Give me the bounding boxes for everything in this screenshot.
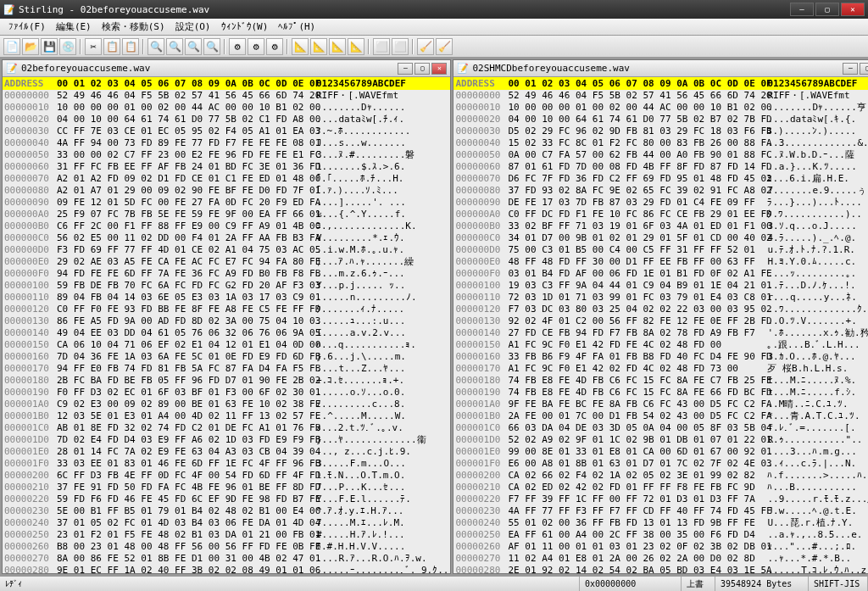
hex-row[interactable]: 00000070D6 FC 7F FD 36 FD C2 FF 69 FD 95… (455, 173, 868, 185)
hex-bytes[interactable]: 52 49 46 46 04 F5 5B 02 57 41 56 45 66 6… (57, 90, 316, 102)
hex-bytes[interactable]: E6 00 A8 01 8B 01 63 01 D7 01 7C 02 7F 0… (508, 458, 767, 470)
hex-row[interactable]: 0000022059 FD F6 FD 46 FE 45 FD 6C EF 9D… (4, 493, 448, 505)
hex-row[interactable]: 0000024055 01 02 00 36 FF FB FD 13 01 13… (455, 517, 868, 529)
hex-bytes[interactable]: 25 F9 07 FC 7B FB 5E FE 59 FE 9F 00 EA F… (57, 209, 316, 220)
hex-ascii[interactable]: ﾌ.~.ﾎ............ (316, 125, 448, 137)
hex-ascii[interactable]: ﾕ.).....ﾝ.)..... (767, 125, 868, 137)
hex-bytes[interactable]: 10 00 00 00 01 00 02 00 44 AC 00 00 10 B… (57, 102, 316, 114)
hex-row[interactable]: 00000080A2 01 A7 01 29 00 09 02 90 FE BF… (4, 185, 448, 197)
hex-row[interactable]: 00000120F7 03 DC 03 80 03 25 04 02 02 22… (455, 304, 868, 315)
hex-bytes[interactable]: F0 FF D3 02 EC 01 6F 03 BF 01 F3 00 6F 0… (57, 387, 316, 399)
hex-bytes[interactable]: C0 FF DC FD F1 FE 10 FC 86 FC CE FB 29 0… (508, 209, 767, 220)
hex-row[interactable]: 000001A09F FE BA FE BC FE 8A FB C6 FC 43… (455, 399, 868, 410)
hex-row[interactable]: 000000C056 02 E5 00 11 02 DD 00 F4 01 2A… (4, 232, 448, 244)
hex-ascii[interactable]: RIFF・[.WAVEfmt (316, 90, 448, 102)
hex-ascii[interactable]: t...M.ﾆ.....f.ｼ. (767, 387, 868, 399)
hex-ascii[interactable]: 7.......e.9.....ぅ. (767, 185, 868, 197)
hex-row[interactable]: 000000B033 02 BF FF 71 03 19 01 6F 03 4A… (455, 220, 868, 232)
hex-row[interactable]: 00000250EA FF 61 00 A4 00 2C FF 38 00 35… (455, 529, 868, 541)
hex-bytes[interactable]: 99 00 8E 01 33 01 E8 01 CA 00 6D 01 67 0… (508, 446, 767, 458)
hex-ascii[interactable]: ....t...Z...ﾔ... (316, 363, 448, 375)
panel-close-button[interactable]: ✕ (431, 63, 447, 75)
hex-row[interactable]: 0000014027 FD CE FB 94 FD F7 FB 8A 02 78… (455, 327, 868, 339)
hex-ascii[interactable]: r...q.....y...ﾈ. (767, 292, 868, 304)
hex-row[interactable]: 0000010059 FB DE FB 70 FC 6A FC FD FC G2… (4, 280, 448, 292)
toolbar-button[interactable]: 💾 (41, 38, 58, 55)
hex-bytes[interactable]: 52 49 46 46 04 F5 5B 02 57 41 56 45 66 6… (508, 90, 767, 102)
hex-row[interactable]: 000000D0F3 FD 69 FF 77 FF 4D 01 CE 02 A1… (4, 244, 448, 256)
panel-minimize-button[interactable]: — (843, 63, 858, 75)
hex-row[interactable]: 000000C034 01 D7 00 9B 01 02 01 29 01 5F… (455, 232, 868, 244)
hex-row[interactable]: 000001E028 01 14 FC 7A 02 E9 FE 63 04 A3… (4, 446, 448, 458)
hex-ascii[interactable]: '.ﾎ.......x.ｩ.勧.矜 (767, 327, 868, 339)
hex-bytes[interactable]: A1 FC 9C F0 E1 42 FD FE 4C 02 48 FD 00 (508, 339, 767, 351)
toolbar-button[interactable]: 🔍 (147, 38, 164, 55)
hex-ascii[interactable]: ........Dｬ......亨 (767, 102, 868, 114)
hex-row[interactable]: 000001802B FC BA FD BE FB 05 FF 96 FD D7… (4, 375, 448, 387)
toolbar-button[interactable]: 📐 (310, 38, 327, 55)
hex-ascii[interactable]: ﾊ.f.......>.....ﾊ.B..顔 (767, 470, 868, 482)
hex-bytes[interactable]: 6C FF D3 FB 4E FF 0D FC 4F 00 54 FD 6D F… (57, 470, 316, 482)
hex-bytes[interactable]: 37 FD 93 02 8A FC 9E 02 65 FC 39 02 91 F… (508, 185, 767, 197)
hex-bytes[interactable]: 74 FB E8 FE 4D FB C6 FC 15 FC 8A FE C7 F… (508, 375, 767, 387)
hex-row[interactable]: 0000002004 00 10 00 64 61 74 61 D0 77 5B… (455, 114, 868, 125)
hex-row[interactable]: 0000021037 FE 91 FD 50 FD FA FC 4B FE 96… (4, 482, 448, 493)
hex-bytes[interactable]: A1 FC 9C F0 E1 42 02 FD 4C 02 48 FD 73 0… (508, 363, 767, 375)
hex-ascii[interactable]: ..^.....M.....W. (316, 410, 448, 422)
hex-bytes[interactable]: 10 00 00 00 01 00 02 00 44 AC 00 00 10 B… (508, 102, 767, 114)
hex-bytes[interactable]: 33 00 00 02 C7 FF 23 00 E2 FE 96 FD FE F… (57, 149, 316, 161)
toolbar-button[interactable]: ⚙ (229, 38, 246, 55)
hex-row[interactable]: 0000006031 FF FC FB EE FF AF FB 24 01 BD… (4, 161, 448, 173)
hex-row[interactable]: 000001B02A FE 00 01 7C 00 D1 FB 54 02 43… (455, 410, 868, 422)
hex-row[interactable]: 00000090DE FE 17 03 7D FB 87 03 29 FD 01… (455, 197, 868, 209)
hex-row[interactable]: 00000120C0 FF F0 FE 93 FD BB FE 8F FE A8… (4, 304, 448, 315)
hex-row[interactable]: 000002305E 00 B1 FF B5 01 79 01 B4 02 48… (4, 505, 448, 517)
hex-ascii[interactable]: ..ｬ...*.#.*.B.. (767, 553, 868, 565)
toolbar-button[interactable]: 🔍 (185, 38, 202, 55)
hex-ascii[interactable]: u.ﾃ.ｵ.ﾄ.ﾅ.?.1.R. (767, 244, 868, 256)
hex-bytes[interactable]: F3 FD 69 FF 77 FF 4D 01 CE 02 A1 04 75 0… (57, 244, 316, 256)
hex-bytes[interactable]: 33 02 BF FF 71 03 19 01 6F 03 4A 01 ED 0… (508, 220, 767, 232)
hex-bytes[interactable]: 72 03 1D 01 71 03 99 01 FC 03 79 01 E4 0… (508, 292, 767, 304)
toolbar-button[interactable]: ⚙ (266, 38, 283, 55)
hex-ascii[interactable]: ｢.ｧ.)....ｿ.ﾐ... (316, 185, 448, 197)
toolbar-button[interactable]: ⬜ (392, 38, 409, 55)
hex-ascii[interactable]: ......ｰ.........ﾞ. 9.ｸ.. (316, 565, 448, 573)
hex-bytes[interactable]: A2 01 A2 FD 09 02 D1 FD CE 01 C1 FE ED 0… (57, 173, 316, 185)
hex-row[interactable]: 000001F0E6 00 A8 01 8B 01 63 01 D7 01 7C… (455, 458, 868, 470)
hex-bytes[interactable]: 86 FE A5 FD 9A 00 AD FD 8D 02 3A 00 75 0… (57, 315, 316, 327)
hex-row[interactable]: 0000013086 FE A5 FD 9A 00 AD FD 8D 02 3A… (4, 315, 448, 327)
hex-ascii[interactable]: ..ﾃ...D.ﾉ.ｹ...!. (767, 280, 868, 292)
hex-ascii[interactable]: 3...ﾇ.#.........磐 (316, 149, 448, 161)
hex-ascii[interactable]: RIFF・[.WAVEfmt (767, 90, 868, 102)
hex-row[interactable]: 000000A0C0 FF DC FD F1 FE 10 FC 86 FC CE… (455, 209, 868, 220)
toolbar-button[interactable]: 🧹 (417, 38, 434, 55)
hex-row[interactable]: 0000017094 FF E0 FB 74 FD 81 FB 5A FC 87… (4, 363, 448, 375)
hex-ascii[interactable]: l.ﾓ.N...O.T.m.O. (316, 470, 448, 482)
hex-bytes[interactable]: 87 01 61 FD 7D 00 08 FD 4B FF 8F FD 87 F… (508, 161, 767, 173)
hex-row[interactable]: 0000009009 FE 12 01 5D FC 00 FE 27 FA 0D… (4, 197, 448, 209)
hex-row[interactable]: 000000A025 F9 07 FC 7B FB 5E FE 59 FE 9F… (4, 209, 448, 220)
hex-ascii[interactable]: 3.ｶ.O...ﾎ.@.ﾔ... (767, 351, 868, 363)
hex-bytes[interactable]: 7D 02 E4 FD D4 03 E9 FF A6 02 1D 03 FD E… (57, 434, 316, 446)
hex-ascii[interactable]: ﾆ.,.............K. (316, 220, 448, 232)
hex-row[interactable]: 000001D07D 02 E4 FD D4 03 E9 FF A6 02 1D… (4, 434, 448, 446)
hex-ascii[interactable]: ..a.}...K.ﾂ..... (767, 161, 868, 173)
hex-row[interactable]: 00000150CA 06 10 04 71 06 EF 02 E1 04 12… (4, 339, 448, 351)
hex-row[interactable]: 0000016033 FB B6 F9 4F FA 01 FB B8 FD 40… (455, 351, 868, 363)
hex-bytes[interactable]: 92 02 4F 01 C2 00 56 FF 82 FE 12 FE 0E F… (508, 315, 767, 327)
hex-bytes[interactable]: 04 00 10 00 64 61 74 61 D0 77 5B 02 C1 F… (57, 114, 316, 125)
toolbar-button[interactable]: 📂 (22, 38, 39, 55)
hex-ascii[interactable]: ......o.ｿ...o.0. (316, 387, 448, 399)
hex-bytes[interactable]: AB 01 8E FD 32 02 74 FD C2 01 DE FC A1 0… (57, 422, 316, 434)
hex-row[interactable]: 0000001010 00 00 00 01 00 02 00 44 AC 00… (455, 102, 868, 114)
hex-row[interactable]: 00000030CC FF 7E 03 CE 01 EC 05 95 02 F4… (4, 125, 448, 137)
hex-bytes[interactable]: 5E 00 B1 FF B5 01 79 01 B4 02 48 02 B1 0… (57, 505, 316, 517)
hex-ascii[interactable]: ..a.ｬ.,..8.5...e. (767, 529, 868, 541)
hex-row[interactable]: 0000011089 04 FB 04 14 03 6E 05 E3 03 1A… (4, 292, 448, 304)
hex-ascii[interactable]: ｫ...2.t.ﾂ.ﾞ.｡.v. (316, 422, 448, 434)
hex-ascii[interactable]: %...{.^.Y.....f. (316, 209, 448, 220)
hex-bytes[interactable]: 9F FE BA FE BC FE 8A FB C6 FC 43 00 D5 F… (508, 399, 767, 410)
hex-ascii[interactable]: J...s...w....... (316, 137, 448, 149)
hex-ascii[interactable]: ｯ..."...#...;.ﾛ. (767, 541, 868, 553)
